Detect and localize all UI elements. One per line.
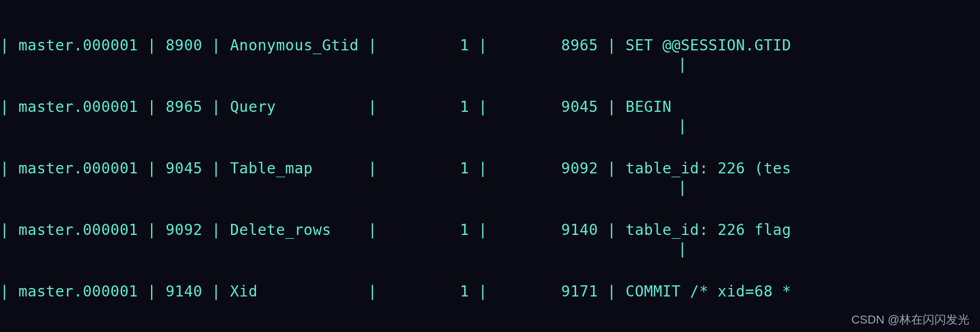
intermediate-pipe: |	[678, 55, 687, 75]
binlog-line: | master.000001 | 9092 | Delete_rows | 1…	[0, 221, 791, 239]
binlog-line: | master.000001 | 8965 | Query | 1 | 904…	[0, 98, 672, 116]
binlog-line: | master.000001 | 9140 | Xid | 1 | 9171 …	[0, 283, 791, 301]
intermediate-pipe: |	[678, 116, 687, 136]
intermediate-pipe: |	[678, 178, 687, 198]
intermediate-pipe: |	[678, 239, 687, 259]
binlog-line: | master.000001 | 9045 | Table_map | 1 |…	[0, 160, 791, 178]
binlog-row: | master.000001 | 8900 | Anonymous_Gtid …	[0, 36, 980, 56]
binlog-row: | master.000001 | 9045 | Table_map | 1 |…	[0, 159, 980, 179]
binlog-row: | master.000001 | 9140 | Xid | 1 | 9171 …	[0, 282, 980, 302]
watermark-text: CSDN @林在闪闪发光	[851, 312, 969, 328]
binlog-row: | master.000001 | 9092 | Delete_rows | 1…	[0, 220, 980, 240]
binlog-row: | master.000001 | 8965 | Query | 1 | 904…	[0, 97, 980, 117]
binlog-line: | master.000001 | 8900 | Anonymous_Gtid …	[0, 37, 791, 55]
terminal-output: | master.000001 | 8900 | Anonymous_Gtid …	[0, 0, 980, 332]
